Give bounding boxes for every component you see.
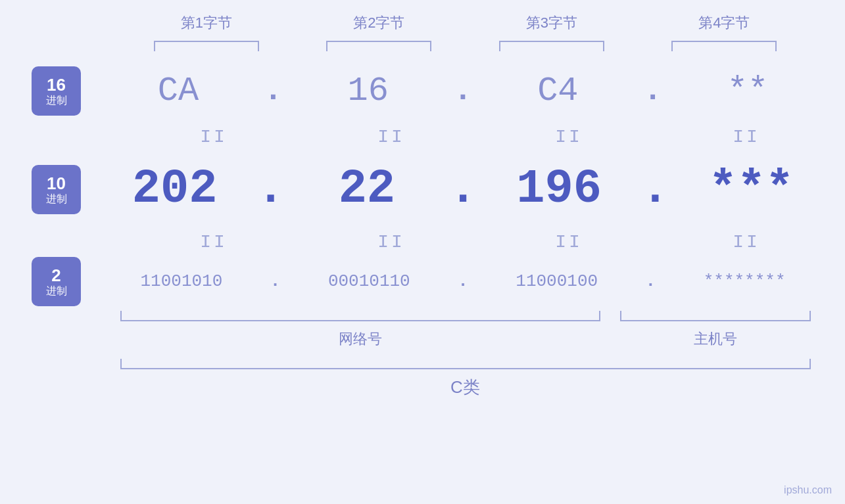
bin-cell-1: 11001010 <box>94 271 269 291</box>
eq2-3: II <box>490 232 648 252</box>
eq1-2: II <box>312 127 470 147</box>
class-bracket-row <box>120 359 811 372</box>
dec-val-2: 22 <box>339 162 395 216</box>
dec-cell-1: 202 <box>94 162 255 216</box>
hex-values: CA . 16 . C4 . ** <box>81 72 845 110</box>
equals-row-1: II II II II <box>135 124 825 150</box>
hex-badge: 16 进制 <box>32 66 81 116</box>
hex-dot-1: . <box>264 73 283 108</box>
dec-dot-3: . <box>641 162 669 216</box>
watermark: ipshu.com <box>784 484 832 496</box>
dec-cell-2: 22 <box>286 162 447 216</box>
bracket-cell-3 <box>466 41 639 51</box>
dec-badge-num: 10 <box>47 174 66 193</box>
hex-cell-2: 16 <box>284 72 452 110</box>
hex-row: 16 进制 CA . 16 . C4 . ** <box>0 58 845 124</box>
bin-val-3: 11000100 <box>516 271 598 291</box>
dec-val-3: 196 <box>516 162 602 216</box>
hex-dot-2: . <box>454 73 473 108</box>
col-header-1: 第1字节 <box>120 13 293 33</box>
dec-val-1: 202 <box>132 162 218 216</box>
hex-dot-3: . <box>643 73 662 108</box>
main-container: 第1字节 第2字节 第3字节 第4字节 16 进制 CA . <box>0 0 845 504</box>
bin-cell-4: ******** <box>657 271 832 291</box>
column-headers: 第1字节 第2字节 第3字节 第4字节 <box>120 13 811 33</box>
hex-val-4: ** <box>727 72 768 110</box>
dec-val-4: *** <box>709 162 794 216</box>
bin-cell-3: 11000100 <box>470 271 644 291</box>
eq2-2: II <box>312 232 470 252</box>
bracket-4 <box>671 41 777 51</box>
equals-row-2: II II II II <box>135 229 825 255</box>
hex-badge-unit: 进制 <box>46 95 67 106</box>
host-label: 主机号 <box>620 329 811 349</box>
bin-values: 11001010 . 00010110 . 11000100 . *******… <box>81 271 845 291</box>
bracket-cell-1 <box>120 41 293 51</box>
eq1-4: II <box>667 127 825 147</box>
eq2-1: II <box>135 232 293 252</box>
hex-cell-4: ** <box>664 72 832 110</box>
bottom-labels: 网络号 主机号 <box>120 329 811 349</box>
bin-badge-unit: 进制 <box>46 285 67 297</box>
bottom-section: 网络号 主机号 <box>120 311 811 349</box>
bin-dot-3: . <box>646 271 656 291</box>
hex-val-1: CA <box>158 72 199 110</box>
dec-dot-2: . <box>448 162 477 216</box>
bin-badge-num: 2 <box>51 266 60 285</box>
dec-values: 202 . 22 . 196 . *** <box>81 162 845 216</box>
bin-dot-1: . <box>270 271 281 291</box>
eq1-1: II <box>135 127 293 147</box>
bracket-2 <box>326 41 431 51</box>
bracket-cell-2 <box>293 41 466 51</box>
eq2-4: II <box>667 232 825 252</box>
bracket-cell-4 <box>638 41 811 51</box>
dec-row: 10 进制 202 . 22 . 196 . *** <box>0 150 845 229</box>
dec-badge-unit: 进制 <box>46 193 67 205</box>
bracket-1 <box>154 41 259 51</box>
host-bracket <box>620 311 811 321</box>
hex-badge-num: 16 <box>47 76 66 95</box>
hex-val-3: C4 <box>537 72 578 110</box>
col-header-2: 第2字节 <box>293 13 466 33</box>
bottom-brackets <box>120 311 811 324</box>
top-brackets <box>120 38 811 51</box>
class-bracket <box>120 359 811 369</box>
dec-cell-3: 196 <box>479 162 640 216</box>
bin-val-1: 11001010 <box>140 271 222 291</box>
dec-cell-4: *** <box>671 162 832 216</box>
bin-row: 2 进制 11001010 . 00010110 . 11000100 . **… <box>0 255 845 308</box>
dec-dot-1: . <box>256 162 285 216</box>
bin-cell-2: 00010110 <box>281 271 456 291</box>
bracket-3 <box>499 41 604 51</box>
col-header-3: 第3字节 <box>466 13 639 33</box>
class-label-row: C类 <box>120 376 811 399</box>
class-label: C类 <box>450 377 480 397</box>
hex-cell-3: C4 <box>473 72 642 110</box>
hex-val-2: 16 <box>347 72 388 110</box>
dec-badge: 10 进制 <box>32 165 81 214</box>
net-label: 网络号 <box>120 329 600 349</box>
bin-dot-2: . <box>458 271 468 291</box>
net-bracket <box>120 311 600 321</box>
bin-val-2: 00010110 <box>328 271 410 291</box>
eq1-3: II <box>490 127 648 147</box>
bin-badge: 2 进制 <box>32 257 81 306</box>
col-header-4: 第4字节 <box>638 13 811 33</box>
hex-cell-1: CA <box>94 72 262 110</box>
bin-val-4: ******** <box>704 271 786 291</box>
